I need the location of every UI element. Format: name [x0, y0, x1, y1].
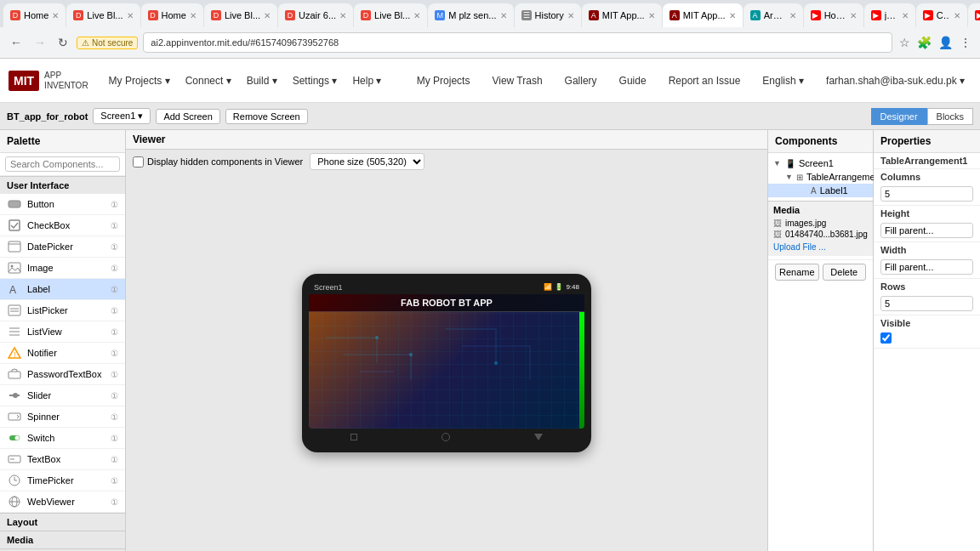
nav-build[interactable]: Build ▾ [240, 71, 284, 90]
address-input[interactable] [143, 32, 892, 53]
tab-icon: ▶ [923, 10, 933, 20]
add-screen-button[interactable]: Add Screen [156, 109, 219, 124]
header-language[interactable]: English ▾ [755, 71, 811, 90]
switch-icon [7, 430, 22, 446]
palette-info-listpicker: ① [111, 306, 118, 315]
viewer-panel: Viewer Display hidden components in View… [126, 130, 767, 551]
security-text: Not secure [92, 38, 133, 48]
palette-item-switch[interactable]: Switch ① [0, 428, 125, 449]
tab-close-icon[interactable]: ✕ [127, 11, 134, 20]
prop-rows-input[interactable] [880, 296, 973, 311]
delete-button[interactable]: Delete [823, 264, 867, 281]
comp-table1[interactable]: ▼ ⊞ TableArrangement1 [768, 170, 873, 184]
tab-close-icon[interactable]: ✕ [190, 11, 197, 20]
prop-width-input[interactable] [880, 259, 973, 275]
tab-yt-3[interactable]: ▶ Creatin... ✕ [916, 3, 967, 27]
header-my-projects[interactable]: My Projects [410, 71, 477, 90]
tab-yt-2[interactable]: ▶ joystick ✕ [864, 3, 915, 27]
tab-close-icon[interactable]: ✕ [902, 11, 909, 20]
bookmark-icon[interactable]: ☆ [897, 34, 912, 51]
tab-history[interactable]: ☰ History ✕ [515, 3, 581, 27]
palette-item-webviewer[interactable]: WebViewer ① [0, 491, 125, 513]
palette-section-media[interactable]: Media [0, 531, 125, 548]
settings-icon[interactable]: ⋮ [958, 34, 973, 51]
prop-columns-input[interactable] [880, 186, 973, 202]
nav-settings[interactable]: Settings ▾ [286, 71, 345, 90]
phone-size-selector[interactable]: Phone size (505,320) [310, 153, 424, 170]
palette-item-spinner[interactable]: Spinner ① [0, 406, 125, 428]
remove-screen-button[interactable]: Remove Screen [225, 109, 308, 124]
palette-item-image[interactable]: Image ① [0, 258, 125, 279]
palette-item-textbox[interactable]: TextBox ① [0, 449, 125, 470]
warning-icon: ⚠ [82, 38, 89, 48]
tab-live-3[interactable]: D Live Bl... ✕ [354, 3, 427, 27]
upload-file-button[interactable]: Upload File ... [773, 242, 826, 252]
tab-close-icon[interactable]: ✕ [729, 11, 736, 20]
nav-help[interactable]: Help ▾ [345, 71, 388, 90]
reload-button[interactable]: ↻ [54, 34, 71, 51]
tab-home-2[interactable]: D Home ✕ [141, 3, 203, 27]
tab-label: joystick [885, 10, 898, 20]
tab-msg[interactable]: M M plz sen... ✕ [428, 3, 513, 27]
tab-mit-2[interactable]: A MIT App... ✕ [663, 3, 743, 27]
tab-uzair[interactable]: D Uzair 6... ✕ [278, 3, 353, 27]
tab-live-2[interactable]: D Live Bl... ✕ [204, 3, 277, 27]
palette-item-listview[interactable]: ListView ① [0, 321, 125, 343]
palette-item-datepicker[interactable]: DatePicker ① [0, 236, 125, 258]
profile-icon[interactable]: 👤 [937, 34, 954, 51]
tab-arduino[interactable]: A Arduin... ✕ [744, 3, 803, 27]
tab-close-icon[interactable]: ✕ [789, 11, 796, 20]
tab-yt-4[interactable]: ▶ HOW T... ✕ [968, 3, 980, 27]
back-button[interactable]: ← [7, 34, 26, 51]
nav-my-projects[interactable]: My Projects ▾ [102, 71, 177, 90]
designer-button[interactable]: Designer [871, 108, 927, 125]
nav-connect[interactable]: Connect ▾ [179, 71, 238, 90]
tab-close-icon[interactable]: ✕ [339, 11, 346, 20]
palette-section-ui[interactable]: User Interface [0, 176, 125, 194]
blocks-button[interactable]: Blocks [927, 108, 973, 125]
tab-icon: ☰ [521, 10, 532, 20]
prop-visible-checkbox[interactable] [880, 332, 892, 344]
palette-item-listpicker[interactable]: ListPicker ① [0, 300, 125, 321]
tab-close-icon[interactable]: ✕ [264, 11, 271, 20]
svg-point-34 [409, 353, 413, 356]
palette-item-timepicker[interactable]: TimePicker ① [0, 470, 125, 491]
media-file-2: 🖼 01484740...b3681.jpg [773, 230, 868, 239]
palette-section-layout[interactable]: Layout [0, 513, 125, 531]
display-hidden-checkbox[interactable] [133, 156, 144, 168]
tab-close-icon[interactable]: ✕ [500, 11, 507, 20]
extension-icon[interactable]: 🧩 [915, 34, 933, 51]
palette-info-textbox: ① [111, 455, 118, 464]
rename-button[interactable]: Rename [775, 264, 819, 281]
palette-item-checkbox[interactable]: CheckBox ① [0, 215, 125, 236]
tab-home-1[interactable]: D Home ✕ [3, 3, 66, 27]
comp-screen1[interactable]: ▼ 📱 Screen1 [768, 156, 873, 170]
comp-label1[interactable]: A Label1 [768, 184, 873, 197]
slider-icon [7, 388, 22, 403]
palette-item-notifier[interactable]: ! Notifier ① [0, 343, 125, 364]
screen-selector[interactable]: Screen1 ▾ [93, 108, 151, 124]
palette-label-timepicker: TimePicker [27, 475, 105, 486]
tab-live-1[interactable]: D Live Bl... ✕ [66, 3, 140, 27]
tab-close-icon[interactable]: ✕ [850, 11, 857, 20]
header-report[interactable]: Report an Issue [662, 71, 748, 90]
prop-height-input[interactable] [880, 223, 973, 238]
tab-close-icon[interactable]: ✕ [954, 11, 960, 20]
header-user[interactable]: farhan.shah@iba-suk.edu.pk ▾ [819, 71, 971, 90]
header-guide[interactable]: Guide [612, 71, 653, 90]
palette-item-button[interactable]: Button ① [0, 194, 125, 215]
palette-item-slider[interactable]: Slider ① [0, 385, 125, 406]
palette-item-label[interactable]: A Label ① [0, 279, 125, 300]
header-view-trash[interactable]: View Trash [485, 71, 549, 90]
tab-close-icon[interactable]: ✕ [52, 11, 59, 20]
forward-button[interactable]: → [31, 34, 49, 51]
toggle-icon-table1: ▼ [785, 173, 793, 181]
palette-search-input[interactable] [5, 156, 120, 172]
palette-item-passwordtextbox[interactable]: PasswordTextBox ① [0, 364, 125, 385]
tab-close-icon[interactable]: ✕ [648, 11, 655, 20]
tab-close-icon[interactable]: ✕ [413, 11, 420, 20]
tab-mit-1[interactable]: A MIT App... ✕ [582, 3, 662, 27]
header-gallery[interactable]: Gallery [558, 71, 604, 90]
tab-yt-1[interactable]: ▶ How to... ✕ [804, 3, 863, 27]
tab-close-icon[interactable]: ✕ [567, 11, 574, 20]
